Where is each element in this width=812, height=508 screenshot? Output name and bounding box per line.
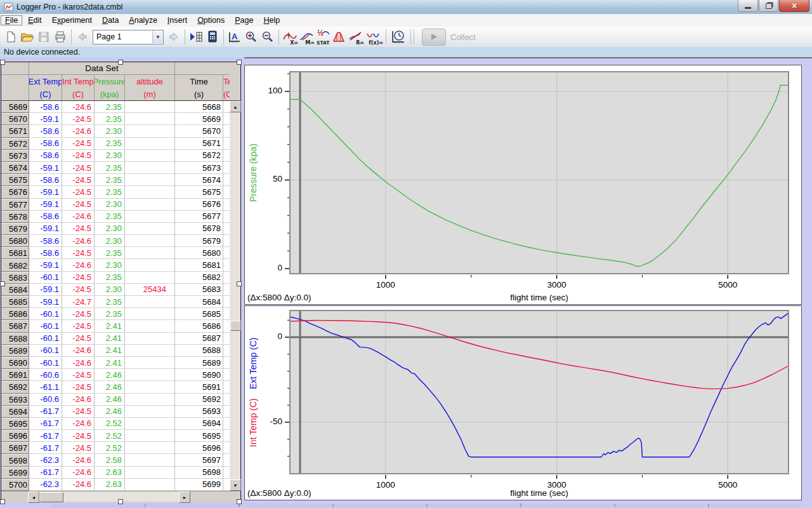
row-number[interactable]: 5670: [1, 113, 29, 125]
temperature-plot[interactable]: [245, 306, 801, 500]
ext-temp-cell[interactable]: -61.7: [29, 442, 62, 454]
int-temp-cell[interactable]: -24.6: [62, 479, 95, 491]
int-temp-cell[interactable]: -24.6: [62, 454, 95, 466]
altitude-cell[interactable]: [125, 394, 175, 406]
chevron-down-icon[interactable]: ▼: [152, 31, 163, 43]
clipped-cell[interactable]: [223, 333, 230, 345]
altitude-cell[interactable]: [125, 430, 175, 442]
table-row[interactable]: 5696-61.7-24.52.525695: [1, 430, 230, 442]
table-row[interactable]: 5674-59.1-24.52.355673: [1, 162, 230, 174]
altitude-cell[interactable]: [125, 296, 175, 308]
row-number[interactable]: 5680: [1, 235, 29, 247]
table-row[interactable]: 5695-61.7-24.62.525694: [1, 418, 230, 430]
pressure-plot[interactable]: [245, 65, 801, 304]
altitude-cell[interactable]: [125, 345, 175, 357]
pressure-graph[interactable]: Pressure (kpa) flight time (sec) (Δx:580…: [244, 65, 802, 305]
pressure-cell[interactable]: 2.30: [95, 199, 125, 211]
time-cell[interactable]: 5699: [175, 479, 223, 491]
close-button[interactable]: ×: [779, 0, 809, 12]
clipped-cell[interactable]: [223, 247, 230, 259]
row-number[interactable]: 5681: [1, 247, 29, 259]
clipped-cell[interactable]: [223, 150, 230, 162]
pressure-cell[interactable]: 2.41: [95, 357, 125, 369]
clipped-cell[interactable]: [223, 381, 230, 393]
table-row[interactable]: 5677-59.1-24.52.305676: [1, 199, 230, 211]
selection-handle[interactable]: [118, 499, 123, 504]
int-temp-cell[interactable]: -24.5: [62, 150, 95, 162]
row-number[interactable]: 5692: [1, 381, 29, 393]
altitude-cell[interactable]: [125, 247, 175, 259]
ext-temp-cell[interactable]: -59.1: [29, 296, 62, 308]
menu-experiment[interactable]: Experiment: [48, 15, 96, 25]
int-temp-cell[interactable]: -24.5: [62, 247, 95, 259]
altitude-cell[interactable]: [125, 479, 175, 491]
time-cell[interactable]: 5690: [175, 369, 223, 381]
int-temp-cell[interactable]: -24.5: [62, 272, 95, 284]
row-number[interactable]: 5694: [1, 406, 29, 418]
ext-temp-cell[interactable]: -60.6: [29, 369, 62, 381]
clipped-cell[interactable]: [223, 369, 230, 381]
time-cell[interactable]: 5681: [175, 259, 223, 271]
clipped-cell[interactable]: [223, 308, 230, 320]
pressure-cell[interactable]: 2.46: [95, 381, 125, 393]
col-time[interactable]: Time: [175, 75, 223, 88]
table-row[interactable]: 5670-59.1-24.52.355669: [1, 113, 230, 125]
altitude-cell[interactable]: [125, 174, 175, 186]
selection-handle[interactable]: [118, 60, 123, 65]
vertical-scroll-thumb[interactable]: [230, 321, 241, 331]
time-cell[interactable]: 5673: [175, 162, 223, 174]
time-cell[interactable]: 5693: [175, 406, 223, 418]
row-number[interactable]: 5675: [1, 174, 29, 186]
int-temp-cell[interactable]: -24.5: [62, 162, 95, 174]
int-temp-cell[interactable]: -24.5: [62, 308, 95, 320]
row-number[interactable]: 5696: [1, 430, 29, 442]
ext-temp-cell[interactable]: -61.7: [29, 467, 62, 479]
selection-handle[interactable]: [0, 281, 5, 286]
time-cell[interactable]: 5691: [175, 381, 223, 393]
previous-page-button[interactable]: [74, 29, 91, 46]
ext-temp-cell[interactable]: -60.1: [29, 308, 62, 320]
data-table-window[interactable]: Data Set Ext Temp Int Temp Pressure alti…: [1, 62, 241, 502]
ext-temp-cell[interactable]: -59.1: [29, 186, 62, 198]
ext-temp-cell[interactable]: -59.1: [29, 259, 62, 271]
row-number[interactable]: 5674: [1, 162, 29, 174]
int-temp-cell[interactable]: -24.6: [62, 259, 95, 271]
time-cell[interactable]: 5697: [175, 454, 223, 466]
pressure-cell[interactable]: 2.41: [95, 320, 125, 332]
pressure-cell[interactable]: 2.46: [95, 394, 125, 406]
time-cell[interactable]: 5678: [175, 223, 223, 235]
ext-temp-cell[interactable]: -61.7: [29, 430, 62, 442]
time-cell[interactable]: 5680: [175, 247, 223, 259]
clipped-cell[interactable]: [223, 406, 230, 418]
altitude-cell[interactable]: [125, 150, 175, 162]
altitude-cell[interactable]: [125, 467, 175, 479]
row-number[interactable]: 5699: [1, 467, 29, 479]
table-row[interactable]: 5681-58.6-24.52.355680: [1, 247, 230, 259]
clipped-cell[interactable]: [223, 479, 230, 491]
pressure-cell[interactable]: 2.35: [95, 162, 125, 174]
pressure-cell[interactable]: 2.30: [95, 235, 125, 247]
col-altitude[interactable]: altitude: [125, 75, 175, 88]
int-temp-cell[interactable]: -24.6: [62, 101, 95, 113]
clipped-cell[interactable]: [223, 138, 230, 150]
menu-file[interactable]: File: [1, 15, 22, 25]
pressure-cell[interactable]: 2.52: [95, 442, 125, 454]
ext-temp-cell[interactable]: -60.1: [29, 357, 62, 369]
pressure-cell[interactable]: 2.41: [95, 333, 125, 345]
pressure-cell[interactable]: 2.52: [95, 430, 125, 442]
altitude-cell[interactable]: [125, 259, 175, 271]
row-number[interactable]: 5697: [1, 442, 29, 454]
int-temp-cell[interactable]: -24.5: [62, 199, 95, 211]
row-number[interactable]: 5677: [1, 199, 29, 211]
pressure-cell[interactable]: 2.30: [95, 150, 125, 162]
clipped-cell[interactable]: [223, 113, 230, 125]
row-number[interactable]: 5691: [1, 369, 29, 381]
clipped-cell[interactable]: [223, 418, 230, 430]
selection-handle[interactable]: [237, 281, 242, 286]
row-number[interactable]: 5688: [1, 333, 29, 345]
new-document-button[interactable]: [3, 29, 19, 46]
table-row[interactable]: 5699-61.7-24.62.635698: [1, 467, 230, 479]
altitude-cell[interactable]: [125, 186, 175, 198]
ext-temp-cell[interactable]: -58.6: [29, 101, 62, 113]
table-row[interactable]: 5679-59.1-24.52.305678: [1, 223, 230, 235]
